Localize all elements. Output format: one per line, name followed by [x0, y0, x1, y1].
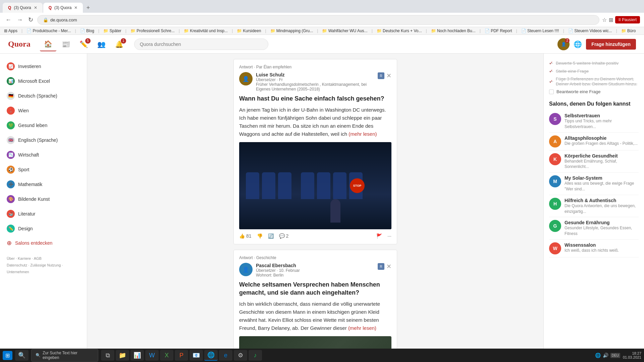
lock-icon: 🔒 [43, 17, 48, 22]
downvote-button-1[interactable]: 👎 [257, 233, 263, 239]
footer-nutzung[interactable]: Zulässige Nutzung [30, 263, 61, 267]
bookmark-steuern1[interactable]: 📄 Steuern Lesen !!!! [521, 28, 559, 33]
bookmark-blog[interactable]: 📄 Blog [80, 28, 94, 33]
comment-count: 2 [286, 233, 289, 239]
nav-spaces[interactable]: 👥 [93, 38, 110, 51]
tab-1-close[interactable]: ✕ [34, 5, 37, 10]
search-input[interactable] [134, 39, 268, 50]
sidebar-item-wien[interactable]: 📍 Wien [0, 103, 87, 118]
sidebar-item-investieren[interactable]: 📈 Investieren [0, 59, 87, 74]
answer-1-close[interactable]: ✕ [386, 72, 391, 79]
back-button[interactable]: ← [4, 15, 13, 25]
answer-1-more[interactable]: (mehr lesen) [348, 131, 377, 137]
start-button[interactable]: ⊞ [3, 351, 12, 360]
answer-2-more[interactable]: (mehr lesen) [348, 325, 376, 331]
sidebar-item-englisch[interactable]: 🇬🇧 Englisch (Sprache) [0, 133, 87, 147]
salon-item-ernährung[interactable]: G Gesunde Ernährung Gesunder Lifestyle, … [549, 217, 639, 240]
sidebar-label-kunst: Bildende Kunst [18, 196, 50, 202]
upvote-button-1[interactable]: 👍 81 [239, 233, 252, 239]
nav-news[interactable]: 📰 [58, 38, 74, 51]
taskbar-app-taskview[interactable]: ⧉ [101, 350, 114, 360]
forward-button[interactable]: → [15, 15, 24, 25]
sidebar-dot-deutsch: 🇩🇪 [7, 92, 15, 100]
nav-bar: ← → ↻ 🔒 de.quora.com ☆ ⊞ II Pausiert [0, 13, 644, 27]
bookmark-apps[interactable]: ⊞ Apps [4, 28, 17, 33]
sidebar-item-design[interactable]: ✏️ Design [0, 221, 87, 236]
taskbar-app-settings[interactable]: ⚙ [234, 350, 247, 360]
tab-2-close[interactable]: ✕ [74, 5, 77, 10]
bookmark-pdf[interactable]: 📄 PDF Report [485, 28, 512, 33]
bookmark-wahlfächer[interactable]: 📁 Wahlfächer WU Aus... [322, 28, 367, 33]
sidebar-item-literatur[interactable]: 📚 Literatur [0, 206, 87, 221]
language-button[interactable]: 🌐 [574, 40, 582, 48]
sidebar-item-gesund[interactable]: 💚 Gesund leben [0, 118, 87, 133]
taskbar-app-explorer[interactable]: 📁 [116, 350, 129, 360]
credential-icon-2[interactable]: R [378, 263, 384, 270]
answer-2-header: 👤 Pascal Ebersbach Übersetzer · 10. Febr… [239, 263, 391, 278]
taskbar-app-office[interactable]: 📊 [130, 350, 144, 360]
credential-icon-1[interactable]: R [378, 72, 384, 79]
salon-avatar-ernährung: G [549, 220, 561, 232]
sidebar-item-kunst[interactable]: 🎨 Bildende Kunst [0, 192, 87, 206]
new-tab-button[interactable]: + [84, 3, 93, 13]
taskbar-app-word[interactable]: W [145, 350, 159, 360]
bookmark-mindmapping[interactable]: 📁 Mindmapping (Gru... [270, 28, 313, 33]
refresh-button[interactable]: ↻ [27, 15, 35, 25]
taskbar-app-edge[interactable]: e [219, 350, 232, 360]
address-bar[interactable]: 🔒 de.quora.com [37, 15, 599, 25]
sidebar-item-mathematik[interactable]: ➗ Mathematik [0, 177, 87, 192]
extensions-icon[interactable]: ⊞ [609, 17, 613, 23]
sidebar-discover[interactable]: ⊕ Salons entdecken [0, 236, 87, 250]
main-content: Antwort · Par Élan empfehlen 👤 Luise Sch… [87, 54, 543, 360]
nav-home[interactable]: 🏠 [40, 37, 56, 51]
add-question-button[interactable]: Frage hinzufügen [586, 39, 636, 50]
tab-2[interactable]: Q (3) Quora ✕ [43, 3, 83, 13]
comment-button-1[interactable]: 💬 2 [279, 233, 289, 239]
bookmark-hochladen[interactable]: 📁 Noch hochladen Bu... [431, 28, 476, 33]
bookmark-deutsche[interactable]: 📁 Deutsche Kurs + Vo... [377, 28, 422, 33]
footer-karriere[interactable]: Karriere [18, 256, 31, 260]
taskbar-app-spotify[interactable]: ♪ [249, 350, 262, 360]
nav-answers[interactable]: ✏️ 5 [75, 38, 92, 51]
salon-item-selbstvertrauen[interactable]: S Selbstvertrauen Tipps und Tricks, um m… [549, 110, 639, 133]
salon-item-hilfreich[interactable]: H Hilfreich & Authentisch Die Quora Antw… [549, 195, 639, 218]
bookmark-büro[interactable]: 📁 Büro [621, 28, 636, 33]
taskbar-app-chrome[interactable]: 🌐 [204, 350, 218, 360]
bookmark-kreativität[interactable]: 📁 Kreativität und Insp... [184, 28, 228, 33]
sidebar-item-wirtschaft[interactable]: 📉 Wirtschaft [0, 147, 87, 162]
pause-button[interactable]: II Pausiert [615, 16, 640, 23]
taskbar-search-bar[interactable]: 🔍 Zur Suche Text hier eingeben [31, 349, 98, 360]
taskbar-app-excel[interactable]: X [160, 350, 173, 360]
salon-item-solar[interactable]: M My Solar-System Alles was uns bewegt, … [549, 173, 639, 195]
more-button-1[interactable]: ··· [387, 233, 391, 239]
footer-agb[interactable]: AGB [34, 256, 42, 260]
footer-über[interactable]: Über [7, 256, 15, 260]
bookmark-produktsuche[interactable]: 📄 Produktsuche - Mer... [26, 28, 71, 33]
salon-item-körperlich[interactable]: K Körperliche Gesundheit Behandelt Ernäh… [549, 150, 639, 173]
nav-notifications[interactable]: 🔔 1 [111, 38, 127, 51]
salon-item-alltagsphilosophie[interactable]: A Alltagsphilosophie Die großen Fragen d… [549, 133, 639, 150]
salon-desc-alltagsphilosophie: Die großen Fragen des Alltags - Politik,… [565, 141, 639, 146]
taskbar-app-powerpoint[interactable]: P [175, 350, 188, 360]
avatar-button[interactable]: 👤 2 [557, 38, 570, 50]
footer-unternehmen[interactable]: Unternehmen [7, 270, 29, 274]
bookmark-steuern2[interactable]: 📄 Steuern Videos wic... [568, 28, 612, 33]
check-box-4[interactable] [549, 89, 554, 94]
taskbar-app-outlook[interactable]: 📧 [190, 350, 203, 360]
bookmark-später[interactable]: 📁 Später [103, 28, 121, 33]
answer-2-close[interactable]: ✕ [386, 263, 391, 270]
share-button-1[interactable]: 🔄 [268, 233, 274, 239]
sidebar-item-sport[interactable]: ⚽ Sport [0, 162, 87, 177]
star-icon[interactable]: ☆ [602, 17, 607, 23]
bookmark-professionell[interactable]: 📁 Professionell Schre... [130, 28, 175, 33]
salon-item-wissen[interactable]: W Wissenssalon Ich weiß, dass ich nichts… [549, 240, 639, 257]
taskbar-search[interactable]: 🔍 [15, 350, 29, 360]
taskbar-system-icons: 🌐 🔊 DEU [595, 353, 620, 358]
tab-1[interactable]: Q (3) Quora ✕ [3, 3, 43, 13]
right-sidebar: ✓ Bewerte 5 weitere Inhalte positiv ✓ St… [543, 54, 644, 360]
bookmark-kursideen[interactable]: 📁 Kursideen [237, 28, 261, 33]
report-button-1[interactable]: 🚩 [376, 233, 382, 239]
sidebar-item-deutsch[interactable]: 🇩🇪 Deutsch (Sprache) [0, 88, 87, 103]
footer-datenschutz[interactable]: Datenschutz [7, 263, 27, 267]
sidebar-item-excel[interactable]: 📊 Microsoft Excel [0, 74, 87, 88]
